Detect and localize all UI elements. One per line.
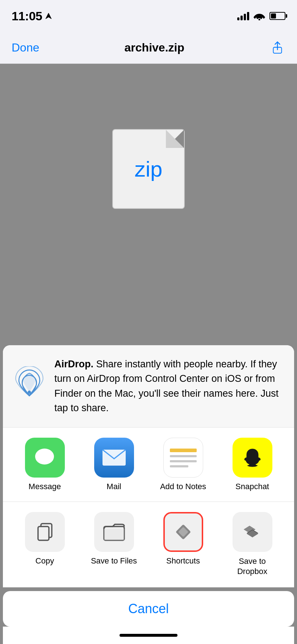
save-files-icon-box [94, 512, 134, 552]
svg-point-4 [35, 449, 54, 465]
snapchat-icon [233, 438, 272, 478]
airdrop-icon [13, 370, 46, 402]
shortcuts-icon-box [163, 512, 203, 552]
notes-top-bar [170, 449, 197, 452]
location-arrow-icon [45, 12, 52, 20]
airdrop-section[interactable]: AirDrop. Share instantly with people nea… [3, 345, 294, 428]
main-content: zip [0, 64, 297, 274]
zip-label: zip [135, 157, 163, 182]
done-button[interactable]: Done [12, 41, 39, 54]
copy-icon-box [25, 512, 65, 552]
svg-marker-0 [46, 13, 51, 19]
snapchat-ghost-icon [240, 445, 265, 470]
status-bar: 11:05 [0, 0, 297, 32]
home-bar [120, 634, 177, 637]
svg-rect-8 [38, 527, 49, 540]
notes-line-3 [170, 465, 189, 467]
dropbox-icon [241, 521, 264, 542]
app-item-notes[interactable]: Add to Notes [148, 438, 218, 491]
message-label: Message [10, 482, 79, 491]
copy-label: Copy [35, 556, 54, 566]
save-dropbox-label: Save toDropbox [237, 556, 267, 577]
share-sheet-card: AirDrop. Share instantly with people nea… [3, 345, 294, 587]
app-item-snapchat[interactable]: Snapchat [218, 438, 287, 491]
svg-point-3 [28, 391, 31, 394]
save-dropbox-icon-box [233, 512, 272, 552]
notes-label: Add to Notes [148, 482, 218, 491]
cancel-section: Cancel [3, 591, 294, 627]
share-button[interactable] [269, 40, 285, 56]
battery-icon [269, 12, 285, 20]
notes-icon [163, 438, 203, 478]
wifi-icon [254, 12, 265, 20]
share-icon [271, 41, 284, 54]
shortcuts-label: Shortcuts [166, 556, 200, 566]
action-item-save-dropbox[interactable]: Save toDropbox [218, 512, 287, 577]
mail-icon [94, 438, 134, 478]
action-item-save-files[interactable]: Save to Files [79, 512, 148, 566]
signal-bar-2 [240, 16, 243, 20]
notes-line-1 [170, 455, 197, 457]
app-item-mail[interactable]: Mail [79, 438, 148, 491]
nav-title: archive.zip [125, 41, 184, 54]
mail-label: Mail [79, 482, 148, 491]
notes-line-2 [170, 460, 197, 462]
status-time: 11:05 [12, 9, 42, 23]
airdrop-description: AirDrop. Share instantly with people nea… [54, 357, 284, 416]
snapchat-label: Snapchat [218, 482, 287, 491]
notes-inner [167, 441, 200, 474]
message-icon [25, 438, 65, 478]
share-sheet: AirDrop. Share instantly with people nea… [0, 345, 297, 644]
action-item-copy[interactable]: Copy [10, 512, 79, 566]
signal-bars [237, 12, 249, 20]
airdrop-title: AirDrop. [54, 359, 93, 370]
svg-point-1 [259, 19, 260, 21]
mail-envelope-icon [101, 449, 127, 467]
save-files-icon [103, 521, 126, 542]
svg-rect-10 [104, 529, 124, 540]
zip-file-icon: zip [112, 129, 185, 209]
home-indicator [3, 627, 294, 644]
shortcuts-icon [172, 521, 194, 543]
status-icons [237, 12, 285, 20]
message-bubble-icon [33, 446, 57, 469]
cancel-button[interactable]: Cancel [13, 601, 284, 616]
nav-bar: Done archive.zip [0, 32, 297, 64]
signal-bar-1 [237, 17, 239, 20]
save-files-label: Save to Files [91, 556, 137, 566]
action-item-shortcuts[interactable]: Shortcuts [148, 512, 218, 566]
actions-row: Copy Save to Files [3, 502, 294, 587]
signal-bar-4 [247, 12, 249, 20]
zip-file-container: zip [112, 129, 185, 209]
apps-row: Message Mail [3, 428, 294, 502]
signal-bar-3 [244, 14, 246, 20]
app-item-message[interactable]: Message [10, 438, 79, 491]
copy-icon [34, 521, 55, 542]
airdrop-ripple-svg [13, 366, 46, 402]
battery-fill [271, 13, 276, 18]
